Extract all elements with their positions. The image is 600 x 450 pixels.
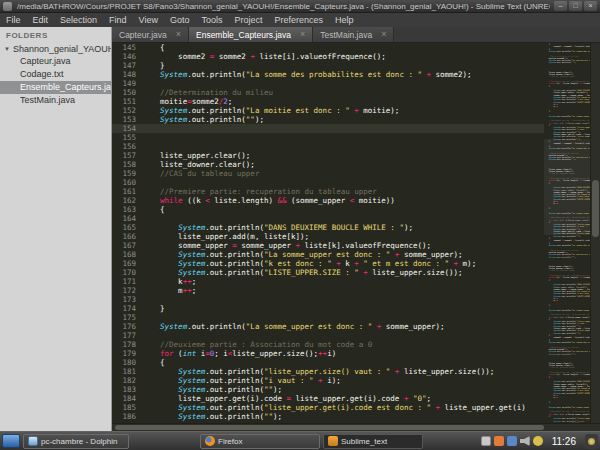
code-line[interactable]: 172 m++; — [112, 286, 544, 295]
line-number: 180 — [112, 358, 142, 367]
code-line[interactable]: 178 //Deuxieme partie : Association du m… — [112, 340, 544, 349]
tab-testmain-java[interactable]: TestMain.java× — [313, 27, 394, 42]
code-line[interactable]: 169 System.out.println("k est donc : " +… — [112, 259, 544, 268]
code-text: System.out.println("i vaut : " + i); — [142, 376, 341, 385]
code-line[interactable]: 159 //CAS du tableau upper — [112, 169, 544, 178]
close-icon[interactable]: × — [300, 30, 305, 39]
close-icon[interactable]: × — [381, 30, 386, 39]
minimap-viewport[interactable] — [544, 139, 590, 235]
device-notifier-icon[interactable] — [494, 436, 504, 446]
code-line[interactable]: 183 System.out.println(""); — [112, 385, 544, 394]
code-line[interactable]: 160 — [112, 178, 544, 187]
klipper-icon[interactable] — [481, 436, 491, 446]
sidebar-item-capteur-java[interactable]: Capteur.java — [0, 55, 111, 68]
code-line[interactable]: 156 — [112, 142, 544, 151]
code-line[interactable]: 155 — [112, 133, 544, 142]
code-line[interactable]: 186 System.out.println(""); — [112, 412, 544, 421]
menu-preferences[interactable]: Preferences — [268, 15, 329, 25]
tab-ensemble-capteurs-java[interactable]: Ensemble_Capteurs.java× — [189, 27, 313, 42]
menu-find[interactable]: Find — [103, 15, 133, 25]
code-line[interactable]: 180 { — [112, 358, 544, 367]
code-text: liste_upper.get(i).code = liste_upper.ge… — [142, 394, 431, 403]
line-number: 151 — [112, 97, 142, 106]
line-number: 186 — [112, 412, 142, 421]
sidebar-item-testmain-java[interactable]: TestMain.java — [0, 94, 111, 107]
sidebar-folder-root[interactable]: ▼ Shannon_genial_YAOUH — [0, 43, 111, 55]
code-line[interactable]: 152 System.out.println("La moitie est do… — [112, 106, 544, 115]
code-text: m++; — [142, 286, 196, 295]
menu-file[interactable]: File — [0, 15, 27, 25]
taskbar-task-sublime-text[interactable]: Sublime_text — [323, 434, 423, 449]
menu-goto[interactable]: Goto — [164, 15, 196, 25]
code-line[interactable]: 145 { — [112, 43, 544, 52]
taskbar-clock[interactable]: 11:26 — [552, 436, 576, 447]
code-line[interactable]: 158 liste_downer.clear(); — [112, 160, 544, 169]
code-line[interactable]: 174 } — [112, 304, 544, 313]
code-line[interactable]: 150 //Determination du milieu — [112, 88, 544, 97]
code-line[interactable]: 177 — [112, 331, 544, 340]
code-line[interactable]: 161 //Premiere partie: recuperation du t… — [112, 187, 544, 196]
horizontal-scrollbar[interactable] — [112, 423, 600, 431]
code-line[interactable]: 164 — [112, 214, 544, 223]
tab-capteur-java[interactable]: Capteur.java× — [112, 27, 189, 42]
close-button[interactable]: × — [584, 1, 597, 11]
taskbar-task-firefox[interactable]: Firefox — [200, 434, 320, 449]
firefox-icon — [205, 436, 215, 446]
menu-tools[interactable]: Tools — [195, 15, 228, 25]
code-line[interactable]: 175 — [112, 313, 544, 322]
code-line[interactable]: 168 System.out.println("La somme_upper e… — [112, 250, 544, 259]
code-line[interactable]: 184 liste_upper.get(i).code = liste_uppe… — [112, 394, 544, 403]
code-line[interactable]: 166 liste_upper.add(m, liste[k]); — [112, 232, 544, 241]
code-line[interactable]: 165 System.out.println("DANS DEUXIEME BO… — [112, 223, 544, 232]
line-number: 171 — [112, 277, 142, 286]
code-text: //Deuxieme partie : Association du mot c… — [142, 340, 372, 349]
volume-icon[interactable] — [520, 436, 530, 446]
code-line[interactable]: 149 — [112, 79, 544, 88]
code-line[interactable]: 173 — [112, 295, 544, 304]
tabbar: Capteur.java×Ensemble_Capteurs.java×Test… — [112, 27, 600, 43]
line-number: 146 — [112, 52, 142, 61]
code-line[interactable]: 171 k++; — [112, 277, 544, 286]
horizontal-scrollbar-thumb[interactable] — [115, 425, 544, 430]
close-icon[interactable]: × — [176, 30, 181, 39]
code-line[interactable]: 157 liste_upper.clear(); — [112, 151, 544, 160]
window-titlebar: /media/BATHROW/Cours/PROJET S8/Fano3/Sha… — [0, 0, 600, 13]
sidebar-item-codage-txt[interactable]: Codage.txt — [0, 68, 111, 81]
code-line[interactable]: 151 moitie=somme2/2; — [112, 97, 544, 106]
sidebar-item-ensemble-capteurs-java[interactable]: Ensemble_Capteurs.java — [0, 81, 111, 94]
tab-label: TestMain.java — [320, 30, 372, 40]
taskbar-task-pc-chambre-dolphin[interactable]: pc-chambre - Dolphin — [23, 434, 129, 449]
computer-icon[interactable] — [2, 434, 20, 448]
line-number: 181 — [112, 367, 142, 376]
network-icon[interactable] — [507, 436, 517, 446]
code-line[interactable]: 162 while ((k < liste.length) && (somme_… — [112, 196, 544, 205]
minimize-button[interactable]: – — [554, 1, 567, 11]
code-line[interactable]: 148 System.out.println("La somme des pro… — [112, 70, 544, 79]
code-text: //Determination du milieu — [142, 88, 273, 97]
code-line[interactable]: 167 somme_upper = somme_upper + liste[k]… — [112, 241, 544, 250]
code-line[interactable]: 179 for (int i=0; i<liste_upper.size();+… — [112, 349, 544, 358]
code-line[interactable]: 176 System.out.println("La somme_upper e… — [112, 322, 544, 331]
code-line[interactable]: 163 { — [112, 205, 544, 214]
code-text: System.out.println(""); — [142, 385, 282, 394]
code-line[interactable]: 182 System.out.println("i vaut : " + i); — [112, 376, 544, 385]
code-line[interactable]: 147 } — [112, 61, 544, 70]
code-line[interactable]: 181 System.out.println("liste_upper.size… — [112, 367, 544, 376]
vertical-scrollbar-thumb[interactable] — [592, 180, 599, 237]
menu-selection[interactable]: Selection — [54, 15, 103, 25]
menu-project[interactable]: Project — [228, 15, 268, 25]
menu-view[interactable]: View — [133, 15, 164, 25]
code-line[interactable]: 170 System.out.println("LISTE_UPPER.SIZE… — [112, 268, 544, 277]
menu-help[interactable]: Help — [329, 15, 360, 25]
panel-cashew-icon[interactable] — [585, 434, 598, 449]
messages-icon[interactable] — [533, 436, 543, 446]
code-line[interactable]: 185 System.out.println("liste_upper.get(… — [112, 403, 544, 412]
code-line[interactable]: 153 System.out.println(""); — [112, 115, 544, 124]
code-line[interactable]: 146 somme2 = somme2 + liste[i].valueofFr… — [112, 52, 544, 61]
minimap[interactable]: { somme2 = somme2 + liste[i].valueofFreq… — [544, 43, 590, 423]
vertical-scrollbar[interactable] — [590, 43, 600, 423]
menu-edit[interactable]: Edit — [27, 15, 55, 25]
maximize-button[interactable]: □ — [569, 1, 582, 11]
code-line[interactable]: 154 — [112, 124, 544, 133]
editor[interactable]: 145 {146 somme2 = somme2 + liste[i].valu… — [112, 43, 600, 423]
